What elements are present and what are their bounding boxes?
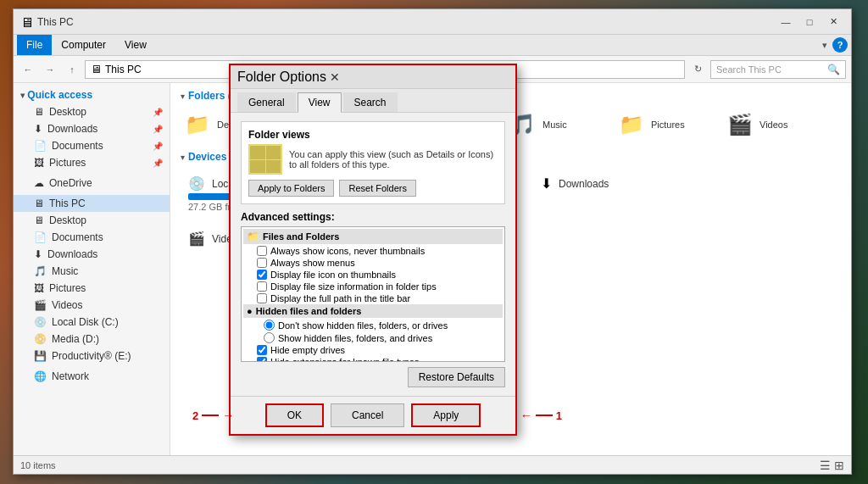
refresh-button[interactable]: ↻ <box>688 60 707 79</box>
folder-views-description: You can apply this view (such as Details… <box>289 149 498 170</box>
up-button[interactable]: ↑ <box>63 60 81 79</box>
apply-button[interactable]: Apply <box>411 403 481 427</box>
dont-show-radio[interactable] <box>264 320 275 331</box>
folder-views-title: Folder views <box>248 129 498 141</box>
arrow-line-1 <box>536 414 553 416</box>
adv-radio-dont-show[interactable]: Don't show hidden files, folders, or dri… <box>243 319 503 331</box>
downloads-net-icon: ⬇ <box>541 175 552 192</box>
hide-empty-checkbox[interactable] <box>257 345 267 355</box>
annotation-2: 2 → <box>192 409 234 422</box>
folder-music[interactable]: 🎵 Music <box>506 108 608 141</box>
icon-cell <box>250 160 265 174</box>
adv-item-always-icons[interactable]: Always show icons, never thumbnails <box>243 245 503 257</box>
pin-icon: 📌 <box>153 125 163 134</box>
sidebar-item-media-d[interactable]: 📀 Media (D:) <box>14 331 170 348</box>
folder-views-icon <box>248 144 282 175</box>
dialog-title-bar: Folder Options ✕ <box>231 65 515 89</box>
videos-icon: 🎬 <box>34 299 47 311</box>
drive-c-icon: 💿 <box>188 175 205 192</box>
dialog-tab-general[interactable]: General <box>237 92 296 112</box>
grid-view-button[interactable]: ⊞ <box>834 459 844 472</box>
documents2-icon: 📄 <box>34 231 47 243</box>
show-hidden-radio[interactable] <box>264 332 275 343</box>
sidebar-item-local-disk[interactable]: 💿 Local Disk (C:) <box>14 314 170 331</box>
cancel-button[interactable]: Cancel <box>331 403 404 427</box>
folder-videos[interactable]: 🎬 Videos <box>723 108 825 141</box>
sidebar-item-this-pc[interactable]: 🖥 This PC <box>14 195 170 212</box>
quick-access-label: Quick access <box>27 89 92 101</box>
arrow-line-2 <box>202 414 219 416</box>
icon-cell <box>250 146 265 159</box>
adv-item-hide-extensions[interactable]: Hide extensions for known file types <box>243 356 503 362</box>
sidebar-item-documents-quick[interactable]: 📄 Documents 📌 <box>14 137 170 154</box>
reset-folders-button[interactable]: Reset Folders <box>339 180 415 197</box>
sidebar-item-videos[interactable]: 🎬 Videos <box>14 297 170 314</box>
adv-item-full-path[interactable]: Display the full path in the title bar <box>243 292 503 304</box>
sidebar-item-desktop-quick[interactable]: 🖥 Desktop 📌 <box>14 103 170 120</box>
ribbon-tabs: File Computer View ▾ ? <box>14 35 851 55</box>
quick-access-header[interactable]: ▾ Quick access <box>14 86 170 103</box>
sidebar-item-desktop[interactable]: 🖥 Desktop <box>14 212 170 229</box>
title-bar: 🖥 This PC — □ ✕ <box>14 9 851 35</box>
list-view-button[interactable]: ☰ <box>820 459 831 472</box>
dialog-tab-view[interactable]: View <box>298 92 342 113</box>
close-button[interactable]: ✕ <box>822 14 844 31</box>
sidebar-item-pictures-quick[interactable]: 🖼 Pictures 📌 <box>14 154 170 171</box>
dialog-close-button[interactable]: ✕ <box>326 70 343 85</box>
adv-item-file-size-tips[interactable]: Display file size information in folder … <box>243 281 503 292</box>
sidebar-item-downloads[interactable]: ⬇ Downloads <box>14 246 170 263</box>
music-icon: 🎵 <box>34 265 47 277</box>
sidebar-item-downloads-quick[interactable]: ⬇ Downloads 📌 <box>14 120 170 137</box>
drive-downloads-net[interactable]: ⬇ Downloads <box>533 170 703 218</box>
adv-item-hide-empty[interactable]: Hide empty drives <box>243 344 503 356</box>
always-menus-checkbox[interactable] <box>257 258 267 268</box>
always-icons-checkbox[interactable] <box>257 246 267 256</box>
pc-icon: 🖥 <box>91 63 102 75</box>
dialog-footer: 2 → OK Cancel Apply ← 1 <box>231 396 515 434</box>
full-path-checkbox[interactable] <box>257 293 267 303</box>
advanced-list: 📁 Files and Folders Always show icons, n… <box>241 226 505 362</box>
apply-to-folders-button[interactable]: Apply to Folders <box>248 180 334 197</box>
dialog-tab-search[interactable]: Search <box>343 92 398 112</box>
back-button[interactable]: ← <box>19 60 37 79</box>
maximize-button[interactable]: □ <box>798 14 821 31</box>
folders-chevron: ▾ <box>181 92 185 101</box>
sidebar-item-pictures[interactable]: 🖼 Pictures <box>14 280 170 297</box>
this-pc-section: 🖥 This PC 🖥 Desktop 📄 Documents ⬇ Downlo… <box>14 195 170 364</box>
sidebar: ▾ Quick access 🖥 Desktop 📌 ⬇ Downloads 📌… <box>14 83 170 455</box>
search-box[interactable]: Search This PC 🔍 <box>710 60 846 79</box>
full-path-label: Display the full path in the title bar <box>270 293 410 303</box>
tab-computer[interactable]: Computer <box>52 35 115 55</box>
file-size-tips-checkbox[interactable] <box>257 281 267 292</box>
downloads-icon: ⬇ <box>34 123 42 135</box>
sidebar-item-network[interactable]: 🌐 Network <box>14 368 170 385</box>
hide-empty-label: Hide empty drives <box>270 345 345 355</box>
sidebar-item-music[interactable]: 🎵 Music <box>14 263 170 280</box>
sidebar-item-productivity-e[interactable]: 💾 Productivity® (E:) <box>14 348 170 364</box>
adv-item-file-icon-thumbnails[interactable]: Display file icon on thumbnails <box>243 269 503 281</box>
help-icon[interactable]: ? <box>832 37 848 53</box>
tab-view[interactable]: View <box>115 35 156 55</box>
adv-radio-show[interactable]: Show hidden files, folders, and drives <box>243 331 503 344</box>
sidebar-item-onedrive[interactable]: ☁ OneDrive <box>14 175 170 192</box>
folder-pictures[interactable]: 📁 Pictures <box>615 108 716 141</box>
onedrive-section: ☁ OneDrive <box>14 175 170 192</box>
file-size-tips-label: Display file size information in folder … <box>270 281 437 292</box>
hide-extensions-label: Hide extensions for known file types <box>270 357 419 362</box>
address-text: This PC <box>105 64 142 75</box>
forward-button[interactable]: → <box>41 60 59 79</box>
icon-cell <box>266 146 281 159</box>
restore-defaults-button[interactable]: Restore Defaults <box>408 367 505 387</box>
file-icon-thumbnails-checkbox[interactable] <box>257 270 267 280</box>
ok-button[interactable]: OK <box>265 403 324 427</box>
hide-extensions-checkbox[interactable] <box>257 357 267 362</box>
folder-views-box: Folder views You can apply this view (su… <box>241 121 505 204</box>
ribbon: File Computer View ▾ ? <box>14 35 851 56</box>
items-count: 10 items <box>20 460 56 470</box>
tab-file[interactable]: File <box>17 35 52 55</box>
minimize-button[interactable]: — <box>775 14 797 31</box>
adv-item-always-menus[interactable]: Always show menus <box>243 257 503 269</box>
documents-icon: 📄 <box>34 140 47 152</box>
folder-name: Music <box>542 120 567 130</box>
sidebar-item-documents[interactable]: 📄 Documents <box>14 229 170 246</box>
